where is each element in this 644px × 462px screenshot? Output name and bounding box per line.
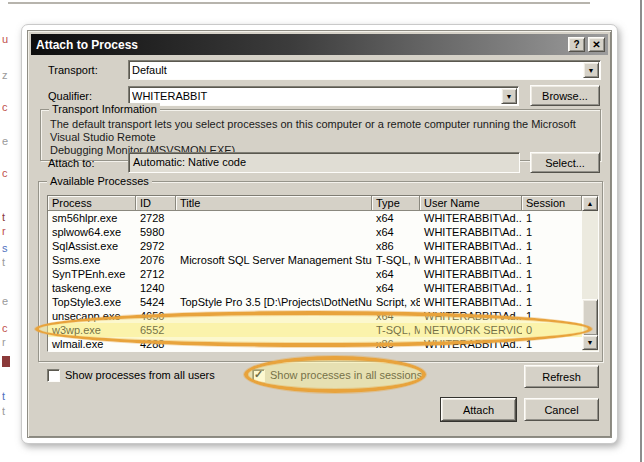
page-text-fragment: e (2, 136, 18, 147)
cell-title (176, 239, 372, 253)
transport-info-line1: The default transport lets you select pr… (50, 118, 592, 144)
cell-type: x86 (372, 239, 420, 253)
page-text-fragment: r (2, 226, 18, 237)
cell-title (176, 225, 372, 239)
cell-session: 1 (522, 281, 582, 295)
page-text-fragment: u (2, 34, 18, 45)
cell-id: 5424 (136, 295, 176, 309)
cell-id: 5980 (136, 225, 176, 239)
cell-title: Microsoft SQL Server Management Studio (176, 253, 372, 267)
refresh-button[interactable]: Refresh (524, 365, 599, 388)
highlight-ellipse-sessions-checkbox (244, 356, 426, 393)
page-text-fragment: c (2, 102, 18, 113)
cancel-button[interactable]: Cancel (524, 398, 599, 421)
column-header-title[interactable]: Title (176, 196, 372, 211)
cell-session: 1 (522, 225, 582, 239)
transport-value: Default (132, 64, 580, 76)
cell-process: splwow64.exe (48, 225, 136, 239)
page-text-fragment: c (2, 168, 18, 179)
show-processes-all-users-checkbox[interactable]: ✓ Show processes from all users (47, 368, 215, 382)
qualifier-value: WHITERABBIT (132, 90, 498, 102)
dialog-title: Attach to Process (31, 38, 568, 52)
cell-type: x64 (372, 281, 420, 295)
cell-session: 1 (522, 295, 582, 309)
column-header-session[interactable]: Session (522, 196, 582, 211)
cell-type: T-SQL, Ma... (372, 253, 420, 267)
transport-label: Transport: (48, 64, 98, 76)
table-row[interactable]: sm56hlpr.exe2728x64WHITERABBIT\Ad...1 (48, 211, 582, 225)
close-icon[interactable]: ✕ (588, 37, 605, 52)
page-text-fragment: e (2, 296, 18, 307)
chevron-down-icon[interactable]: ▼ (583, 62, 599, 78)
page-text-fragment: t (2, 257, 18, 268)
cell-process: taskeng.exe (48, 281, 136, 295)
page-text-fragment: r (2, 337, 18, 348)
cell-process: sm56hlpr.exe (48, 211, 136, 225)
table-row[interactable]: taskeng.exe1240x64WHITERABBIT\Ad...1 (48, 281, 582, 295)
attach-to-value: Automatic: Native code (133, 156, 246, 168)
cell-user: WHITERABBIT\Ad... (420, 211, 522, 225)
cell-session: 1 (522, 267, 582, 281)
cell-user: WHITERABBIT\Ad... (420, 253, 522, 267)
available-processes-legend: Available Processes (47, 175, 152, 187)
browse-button[interactable]: Browse... (530, 85, 600, 106)
cell-type: x64 (372, 211, 420, 225)
cell-session: 1 (522, 239, 582, 253)
page-divider-line (8, 2, 590, 4)
attach-button[interactable]: Attach (441, 398, 516, 421)
attach-to-field[interactable]: Automatic: Native code (128, 152, 520, 173)
table-row[interactable]: SqlAssist.exe2972x86WHITERABBIT\Ad...1 (48, 239, 582, 253)
cell-title (176, 211, 372, 225)
highlight-ellipse-w3wp-row (35, 311, 592, 347)
page-text-fragment: t (2, 391, 18, 402)
cell-type: x64 (372, 225, 420, 239)
scroll-up-icon[interactable]: ▲ (582, 196, 598, 211)
qualifier-combobox[interactable]: WHITERABBIT ▼ (128, 86, 519, 106)
cell-id: 2972 (136, 239, 176, 253)
transport-information-legend: Transport Information (49, 103, 160, 115)
screenshot-frame: Attach to Process ? ✕ Transport: Default… (21, 24, 618, 444)
column-header-id[interactable]: ID (136, 196, 176, 211)
cell-user: WHITERABBIT\Ad... (420, 267, 522, 281)
cell-id: 1240 (136, 281, 176, 295)
column-header-type[interactable]: Type (372, 196, 420, 211)
page-text-fragment: s (2, 243, 18, 254)
cell-process: Ssms.exe (48, 253, 136, 267)
cell-title (176, 267, 372, 281)
scroll-down-icon[interactable]: ▼ (582, 335, 598, 350)
dialog-titlebar: Attach to Process ? ✕ (31, 34, 608, 55)
qualifier-label: Qualifier: (48, 90, 92, 102)
page-column-border (640, 0, 642, 462)
cell-user: WHITERABBIT\Ad... (420, 239, 522, 253)
attach-to-label: Attach to: (48, 157, 94, 169)
cell-title: TopStyle Pro 3.5 [D:\Projects\DotNetNuk.… (176, 295, 372, 309)
cell-session: 1 (522, 253, 582, 267)
cell-id: 2728 (136, 211, 176, 225)
page-text-fragment: t (2, 406, 18, 417)
process-table-header: Process ID Title Type User Name Session (48, 196, 582, 211)
column-header-user-name[interactable]: User Name (420, 196, 522, 211)
cell-process: SqlAssist.exe (48, 239, 136, 253)
chevron-down-icon[interactable]: ▼ (501, 88, 517, 104)
help-icon[interactable]: ? (568, 37, 585, 52)
select-button[interactable]: Select... (530, 152, 600, 173)
cell-title (176, 281, 372, 295)
page-text-fragment: t (2, 212, 18, 223)
cell-type: x64 (372, 267, 420, 281)
table-row[interactable]: SynTPEnh.exe2712x64WHITERABBIT\Ad...1 (48, 267, 582, 281)
attach-to-process-dialog: Attach to Process ? ✕ Transport: Default… (27, 30, 612, 438)
table-row[interactable]: Ssms.exe2076Microsoft SQL Server Managem… (48, 253, 582, 267)
cell-type: Script, x86 (372, 295, 420, 309)
table-row[interactable]: splwow64.exe5980x64WHITERABBIT\Ad...1 (48, 225, 582, 239)
cell-user: WHITERABBIT\Ad... (420, 295, 522, 309)
cell-process: TopStyle3.exe (48, 295, 136, 309)
cell-session: 1 (522, 211, 582, 225)
cell-id: 2712 (136, 267, 176, 281)
table-row[interactable]: TopStyle3.exe5424TopStyle Pro 3.5 [D:\Pr… (48, 295, 582, 309)
cell-user: WHITERABBIT\Ad... (420, 225, 522, 239)
page-text-fragment (2, 356, 10, 367)
cell-id: 2076 (136, 253, 176, 267)
column-header-process[interactable]: Process (48, 196, 136, 211)
blog-page-background: uzcectrstecrtt Attach to Process ? ✕ Tra… (0, 0, 644, 462)
transport-combobox[interactable]: Default ▼ (128, 60, 601, 80)
